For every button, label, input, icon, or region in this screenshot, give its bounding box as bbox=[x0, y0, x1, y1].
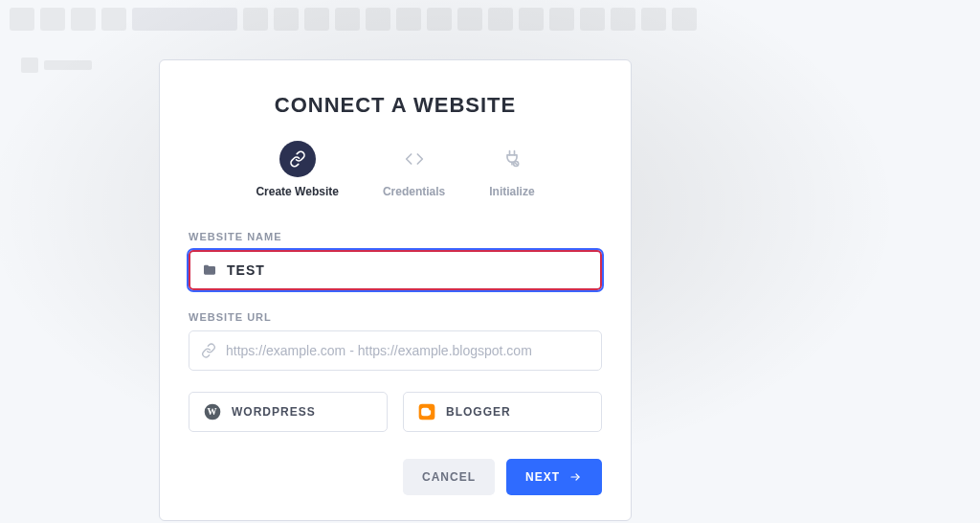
platform-row: W WORDPRESS BLOGGER bbox=[189, 392, 602, 432]
next-button[interactable]: NEXT bbox=[506, 459, 602, 495]
wordpress-label: WORDPRESS bbox=[232, 405, 316, 419]
wordpress-button[interactable]: W WORDPRESS bbox=[189, 392, 388, 432]
website-url-input-wrap[interactable] bbox=[189, 330, 602, 371]
blogger-label: BLOGGER bbox=[446, 405, 511, 419]
step-label: Credentials bbox=[383, 185, 445, 198]
website-url-label: WEBSITE URL bbox=[189, 311, 602, 323]
modal-footer: CANCEL NEXT bbox=[189, 459, 602, 495]
step-create-website: Create Website bbox=[256, 141, 338, 198]
blogger-button[interactable]: BLOGGER bbox=[403, 392, 602, 432]
modal-title: CONNECT A WEBSITE bbox=[189, 93, 602, 118]
link-icon bbox=[279, 141, 316, 177]
link-icon bbox=[201, 343, 216, 358]
website-name-input[interactable] bbox=[227, 262, 589, 278]
website-url-input[interactable] bbox=[226, 343, 590, 358]
blogger-icon bbox=[417, 402, 436, 421]
cancel-button[interactable]: CANCEL bbox=[403, 459, 495, 495]
step-initialize: Initialize bbox=[489, 141, 534, 198]
next-label: NEXT bbox=[525, 470, 560, 484]
wizard-steps: Create Website Credentials Initialize bbox=[189, 141, 602, 198]
step-label: Create Website bbox=[256, 185, 338, 198]
website-name-label: WEBSITE NAME bbox=[189, 231, 602, 242]
arrow-right-icon bbox=[568, 471, 583, 483]
code-icon bbox=[396, 141, 433, 177]
step-label: Initialize bbox=[489, 185, 534, 198]
folder-icon bbox=[202, 262, 217, 278]
connect-website-modal: CONNECT A WEBSITE Create Website Credent… bbox=[159, 59, 632, 521]
website-name-input-wrap[interactable] bbox=[189, 250, 602, 290]
svg-text:W: W bbox=[208, 406, 218, 417]
wordpress-icon: W bbox=[203, 402, 222, 421]
step-credentials: Credentials bbox=[383, 141, 445, 198]
cancel-label: CANCEL bbox=[422, 470, 476, 484]
plug-icon bbox=[494, 141, 530, 177]
